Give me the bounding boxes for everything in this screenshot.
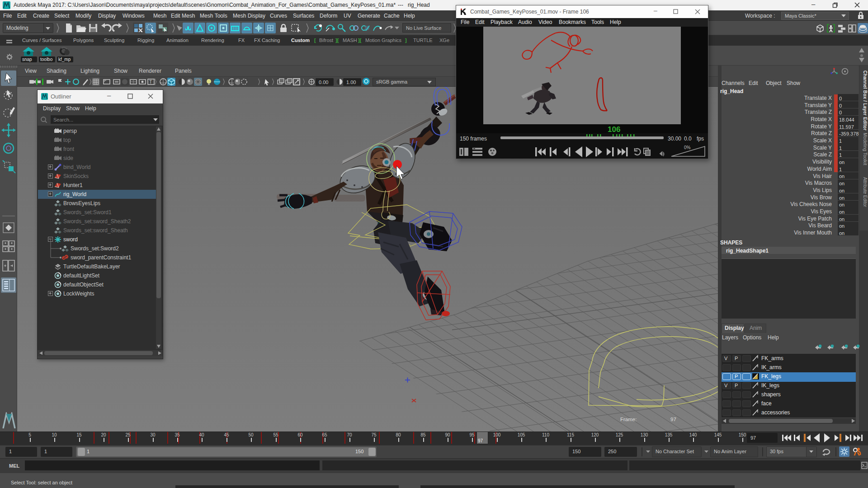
svg-text:0%: 0% bbox=[684, 145, 691, 150]
svg-text:97: 97 bbox=[670, 417, 676, 422]
svg-text:Frame:: Frame: bbox=[620, 417, 637, 422]
svg-text:T: T bbox=[149, 80, 152, 84]
